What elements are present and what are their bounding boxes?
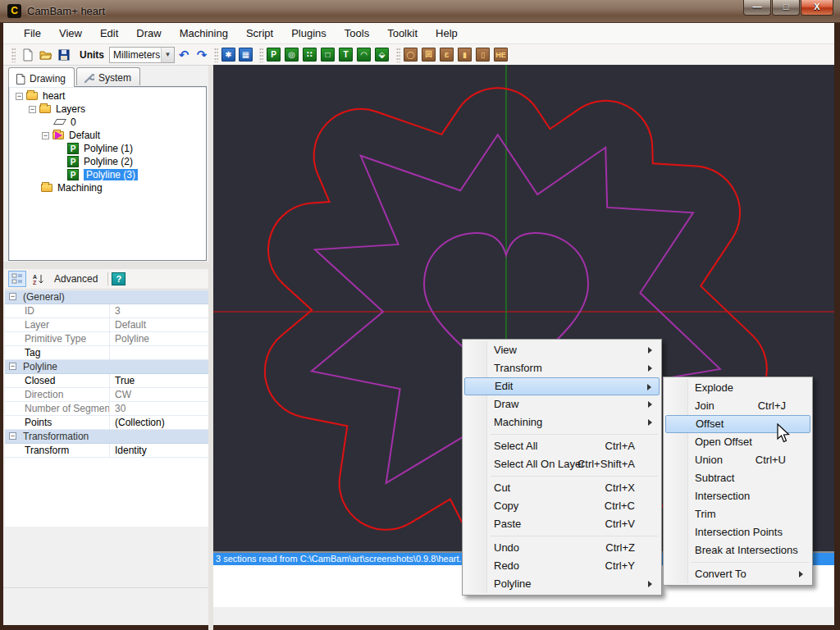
axis-toggle-icon[interactable]: ✱ — [221, 48, 235, 62]
maximize-button[interactable]: □ — [772, 0, 800, 16]
menu-item-select-all[interactable]: Select AllCtrl+A — [464, 437, 660, 455]
menu-edit[interactable]: Edit — [91, 23, 127, 43]
alphabetical-view-icon: A Z — [33, 273, 45, 285]
menu-item-join[interactable]: JoinCtrl+J — [665, 397, 810, 415]
categorized-view-button[interactable] — [8, 271, 26, 287]
menu-item-explode[interactable]: Explode — [665, 379, 810, 397]
menu-item-transform[interactable]: Transform — [464, 359, 660, 377]
tree-item-heart[interactable]: − heart — [9, 89, 206, 103]
tree-item-machining[interactable]: Machining — [9, 181, 206, 194]
grid-toggle-icon[interactable]: ▦ — [239, 48, 253, 62]
menu-item-subtract[interactable]: Subtract — [665, 469, 810, 487]
collapse-icon[interactable]: − — [29, 106, 36, 113]
undo-icon[interactable]: ↶ — [175, 48, 193, 62]
menu-item-paste[interactable]: PasteCtrl+V — [464, 515, 660, 533]
mop-drill-icon[interactable]: ◯ — [404, 48, 418, 62]
new-file-button[interactable] — [19, 46, 37, 64]
menu-item-break-at-intersections[interactable]: Break at Intersections — [665, 541, 810, 559]
mop-pocket-icon[interactable]: 回 — [422, 48, 436, 62]
tree-item-polyline-1[interactable]: P Polyline (1) — [9, 142, 206, 155]
property-category[interactable]: −(General) — [5, 290, 210, 304]
menu-item-trim[interactable]: Trim — [665, 505, 810, 523]
collapse-icon[interactable]: − — [9, 432, 16, 440]
menu-item-undo[interactable]: UndoCtrl+Z — [464, 539, 660, 557]
menu-item-draw[interactable]: Draw — [464, 395, 660, 413]
property-row[interactable]: ClosedTrue — [5, 374, 210, 388]
collapse-icon[interactable]: − — [42, 132, 49, 139]
open-file-button[interactable] — [37, 46, 55, 64]
tree-item-polyline-2[interactable]: P Polyline (2) — [9, 155, 206, 168]
draw-surface-icon[interactable]: ⬙ — [375, 48, 389, 62]
tree-item-layer-0[interactable]: 0 — [9, 116, 206, 129]
horizontal-splitter[interactable] — [3, 262, 212, 269]
system-tab-icon — [84, 73, 94, 84]
mop-engrave-icon[interactable]: Ɛ — [440, 48, 454, 62]
tree-item-layer-default[interactable]: − Default — [9, 129, 206, 142]
draw-points-icon[interactable]: ∷ — [303, 48, 317, 62]
property-row[interactable]: LayerDefault — [5, 318, 210, 332]
menu-plugins[interactable]: Plugins — [282, 23, 336, 43]
collapse-icon[interactable]: − — [9, 293, 16, 300]
menu-item-cut[interactable]: CutCtrl+X — [464, 479, 660, 497]
draw-circle-icon[interactable]: ◎ — [285, 48, 299, 62]
property-row[interactable]: Number of Segments30 — [5, 402, 210, 416]
tab-system-label: System — [98, 72, 131, 84]
property-row[interactable]: Tag — [5, 346, 210, 360]
layer-icon — [53, 119, 66, 125]
mop-lathe-icon[interactable]: ▮ — [458, 48, 472, 62]
units-value: Millimeters — [113, 49, 160, 61]
menu-help[interactable]: Help — [427, 23, 467, 43]
mop-heightmap-icon[interactable]: HE — [494, 48, 508, 62]
property-category[interactable]: −Polyline — [5, 360, 210, 374]
menu-item-polyline[interactable]: Polyline — [464, 575, 660, 593]
property-category[interactable]: −Transformation — [5, 430, 210, 444]
advanced-button[interactable]: Advanced — [54, 273, 98, 285]
alphabetical-view-button[interactable]: A Z — [30, 271, 48, 287]
tab-system[interactable]: System — [76, 67, 140, 85]
property-row[interactable]: DirectionCW — [5, 388, 210, 402]
mop-vengrave-icon[interactable]: ▯ — [476, 48, 490, 62]
tree-label: 0 — [71, 116, 76, 128]
draw-arc-icon[interactable]: ◠ — [357, 48, 371, 62]
combo-arrow-icon[interactable]: ▼ — [161, 48, 174, 62]
help-button[interactable]: ? — [112, 272, 126, 285]
property-row[interactable]: ID3 — [5, 304, 210, 318]
property-row[interactable]: Primitive TypePolyline — [5, 332, 210, 346]
property-row[interactable]: TransformIdentity — [5, 444, 210, 458]
menu-item-union[interactable]: UnionCtrl+U — [665, 451, 810, 469]
collapse-icon[interactable]: − — [16, 93, 23, 100]
property-row[interactable]: Points(Collection) — [5, 416, 210, 430]
menu-script[interactable]: Script — [237, 23, 282, 43]
close-button[interactable]: X — [801, 0, 833, 16]
menu-machining[interactable]: Machining — [171, 23, 237, 43]
menubar: File View Edit Draw Machining Script Plu… — [3, 23, 834, 44]
menu-item-select-all-on-layer[interactable]: Select All On LayerCtrl+Shift+A — [464, 455, 660, 473]
menu-draw[interactable]: Draw — [127, 23, 170, 43]
tree-item-layers[interactable]: − Layers — [9, 103, 206, 116]
menu-item-edit[interactable]: Edit — [464, 377, 660, 395]
collapse-icon[interactable]: − — [9, 363, 16, 370]
draw-polyline-icon[interactable]: P — [267, 48, 281, 62]
tab-drawing[interactable]: Drawing — [8, 67, 75, 87]
menu-tools[interactable]: Tools — [336, 23, 378, 43]
minimize-button[interactable]: — — [743, 0, 771, 16]
menu-view[interactable]: View — [50, 23, 91, 43]
draw-text-icon[interactable]: T — [339, 48, 353, 62]
tab-drawing-label: Drawing — [30, 73, 66, 84]
redo-icon[interactable]: ↷ — [193, 48, 211, 62]
save-button[interactable] — [55, 46, 73, 64]
menu-item-redo[interactable]: RedoCtrl+Y — [464, 557, 660, 575]
menu-separator — [491, 476, 658, 477]
menu-item-machining[interactable]: Machining — [464, 413, 660, 431]
submenu-arrow-icon — [648, 419, 652, 426]
tree-item-polyline-3[interactable]: P Polyline (3) — [9, 168, 206, 181]
menu-toolkit[interactable]: Toolkit — [378, 23, 427, 43]
units-combobox[interactable]: Millimeters ▼ — [109, 47, 175, 63]
menu-item-copy[interactable]: CopyCtrl+C — [464, 497, 660, 515]
menu-item-intersection[interactable]: Intersection — [665, 487, 810, 505]
menu-item-view[interactable]: View — [464, 341, 660, 359]
menu-item-intersection-points[interactable]: Intersection Points — [665, 523, 810, 541]
menu-item-convert-to[interactable]: Convert To — [665, 565, 810, 583]
menu-file[interactable]: File — [15, 23, 50, 43]
draw-rectangle-icon[interactable]: □ — [321, 48, 335, 62]
